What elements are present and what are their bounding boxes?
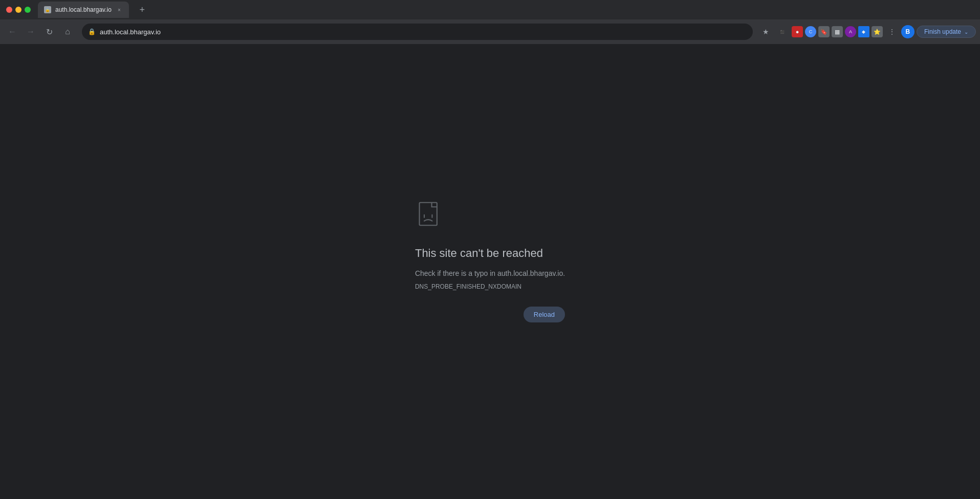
extension-icon-3[interactable]: 🔖 (818, 26, 830, 37)
address-bar-container[interactable]: 🔒 auth.local.bhargav.io (82, 24, 753, 40)
extension-icon-5[interactable]: A (845, 26, 856, 37)
active-tab[interactable]: 🔒 auth.local.bhargav.io × (38, 2, 129, 18)
bookmark-star-button[interactable]: ★ (759, 25, 773, 39)
svg-rect-0 (420, 202, 437, 225)
error-container: This site can't be reached Check if ther… (405, 191, 575, 333)
error-page-icon (415, 202, 446, 232)
tab-close-button[interactable]: × (116, 6, 123, 13)
reload-button[interactable]: ↻ (41, 24, 57, 40)
reload-icon: ↻ (46, 27, 53, 37)
browser-toolbar: ← → ↻ ⌂ 🔒 auth.local.bhargav.io ★ ◾ ● C … (0, 19, 980, 44)
home-icon: ⌂ (65, 27, 70, 36)
error-description: Check if there is a typo in auth.local.b… (415, 268, 565, 279)
tab-favicon: 🔒 (44, 6, 51, 13)
back-icon: ← (8, 27, 16, 36)
bookmark-icon: ★ (763, 28, 769, 36)
menu-button[interactable]: ⋮ (885, 25, 899, 39)
error-title: This site can't be reached (415, 247, 543, 260)
page-content: This site can't be reached Check if ther… (0, 44, 980, 480)
title-bar: 🔒 auth.local.bhargav.io × + (0, 0, 980, 19)
reload-page-button[interactable]: Reload (524, 307, 565, 322)
maximize-traffic-light[interactable] (25, 7, 31, 13)
extension-icon-4[interactable]: ▦ (832, 26, 843, 37)
extension-icon-7[interactable]: ⭐ (872, 26, 883, 37)
chevron-down-icon: ⌄ (964, 29, 968, 35)
extension-icon-1[interactable]: ● (792, 26, 803, 37)
home-button[interactable]: ⌂ (59, 24, 76, 40)
extension-icon-2[interactable]: C (805, 26, 816, 37)
minimize-traffic-light[interactable] (15, 7, 21, 13)
error-icon-wrapper (415, 202, 446, 234)
error-actions: Reload (415, 307, 565, 322)
forward-icon: → (27, 27, 35, 36)
extensions-button[interactable]: ◾ (775, 25, 790, 39)
more-icon: ⋮ (888, 28, 896, 36)
address-bar[interactable]: 🔒 auth.local.bhargav.io (82, 24, 753, 40)
toolbar-right: ★ ◾ ● C 🔖 ▦ A ◆ ⭐ ⋮ B (759, 25, 976, 39)
lock-icon: 🔒 (88, 28, 96, 35)
puzzle-icon: ◾ (778, 28, 787, 36)
new-tab-button[interactable]: + (135, 3, 149, 17)
finish-update-button[interactable]: Finish update ⌄ (917, 26, 976, 38)
url-display: auth.local.bhargav.io (100, 28, 747, 36)
finish-update-label: Finish update (924, 28, 961, 35)
back-button[interactable]: ← (4, 24, 20, 40)
close-traffic-light[interactable] (6, 7, 12, 13)
extension-icon-6[interactable]: ◆ (858, 26, 869, 37)
forward-button[interactable]: → (23, 24, 39, 40)
profile-button[interactable]: B (901, 25, 914, 38)
profile-initial: B (906, 28, 910, 35)
tab-title: auth.local.bhargav.io (55, 6, 112, 13)
error-code: DNS_PROBE_FINISHED_NXDOMAIN (415, 283, 521, 290)
traffic-lights (6, 7, 31, 13)
